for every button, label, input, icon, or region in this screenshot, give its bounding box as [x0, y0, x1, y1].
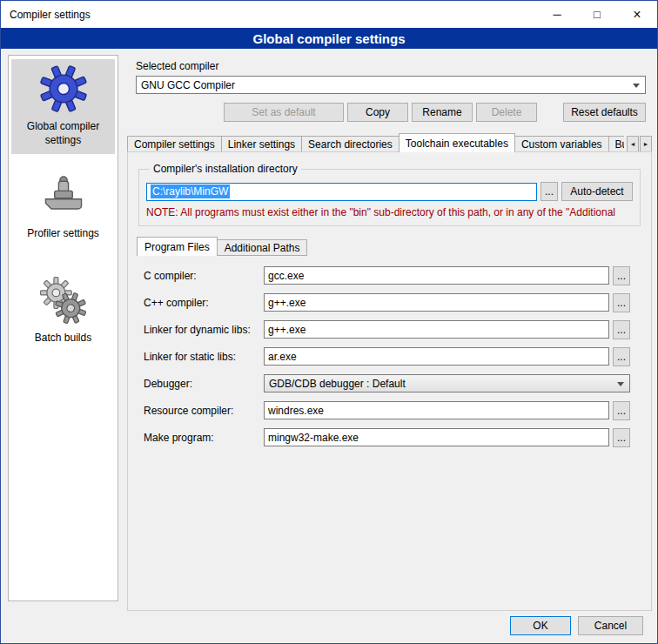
delete-button[interactable]: Delete — [476, 103, 537, 122]
debugger-label: Debugger: — [144, 378, 264, 390]
tab-search-directories[interactable]: Search directories — [301, 136, 400, 152]
close-button[interactable]: × — [617, 1, 657, 28]
tab-build-options[interactable]: Buil — [608, 136, 624, 152]
program-tabstrip: Program Files Additional Paths — [137, 237, 642, 256]
compiler-actions: Set as default Copy Rename Delete Reset … — [224, 103, 646, 122]
static-linker-row: Linker for static libs: ... — [144, 347, 642, 366]
cpp-compiler-input[interactable] — [264, 293, 609, 312]
tabs-scroll-area: Compiler settings Linker settings Search… — [127, 132, 624, 152]
set-as-default-button[interactable]: Set as default — [224, 103, 344, 122]
installation-directory-input[interactable]: C:\raylib\MinGW — [146, 183, 537, 201]
note-text: NOTE: All programs must exist either in … — [146, 206, 633, 218]
sidebar-item-batch-builds[interactable]: Batch builds — [11, 271, 115, 352]
resource-compiler-row: Resource compiler: ... — [144, 401, 642, 419]
window-title: Compiler settings — [1, 9, 91, 21]
make-program-browse-button[interactable]: ... — [613, 428, 630, 447]
auto-detect-button[interactable]: Auto-detect — [561, 182, 633, 201]
tab-additional-paths[interactable]: Additional Paths — [217, 239, 308, 256]
c-compiler-browse-button[interactable]: ... — [613, 266, 630, 285]
copy-button[interactable]: Copy — [347, 103, 408, 122]
chevron-down-icon — [633, 84, 640, 88]
ok-button[interactable]: OK — [510, 616, 571, 635]
toolchain-executables-page: Compiler's installation directory C:\ray… — [127, 151, 652, 611]
static-linker-label: Linker for static libs: — [144, 351, 264, 363]
resource-compiler-input[interactable] — [264, 401, 609, 419]
resource-compiler-label: Resource compiler: — [144, 405, 264, 417]
make-program-input[interactable] — [264, 428, 609, 446]
sidebar-item-label: Profiler settings — [27, 227, 99, 241]
rename-button[interactable]: Rename — [412, 103, 473, 122]
c-compiler-input[interactable] — [264, 266, 609, 285]
tab-scroll-buttons: ◄ ► — [626, 136, 652, 152]
compiler-settings-window: Compiler settings ─ □ × Global compiler … — [0, 0, 658, 644]
reset-defaults-button[interactable]: Reset defaults — [563, 103, 646, 122]
close-icon: × — [633, 7, 641, 23]
chevron-down-icon — [617, 382, 624, 386]
cancel-button[interactable]: Cancel — [578, 616, 643, 635]
settings-tabstrip: Compiler settings Linker settings Search… — [127, 132, 652, 152]
tab-toolchain-executables[interactable]: Toolchain executables — [399, 133, 515, 152]
tab-program-files[interactable]: Program Files — [137, 237, 218, 256]
make-program-label: Make program: — [144, 432, 264, 444]
tab-linker-settings[interactable]: Linker settings — [221, 136, 302, 152]
maximize-icon: □ — [594, 8, 601, 21]
maximize-button[interactable]: □ — [577, 1, 617, 28]
cpp-compiler-label: C++ compiler: — [144, 297, 264, 309]
installation-directory-group: Compiler's installation directory C:\ray… — [138, 163, 641, 226]
arrow-left-icon: ◄ — [630, 141, 636, 147]
static-linker-browse-button[interactable]: ... — [613, 347, 630, 366]
titlebar: Compiler settings ─ □ × — [1, 1, 657, 28]
sidebar-item-profiler-settings[interactable]: Profiler settings — [11, 166, 115, 248]
tab-custom-variables[interactable]: Custom variables — [514, 136, 609, 152]
c-compiler-label: C compiler: — [144, 270, 264, 282]
profiler-tool-icon — [39, 171, 88, 220]
installation-directory-group-label: Compiler's installation directory — [150, 163, 301, 175]
dynamic-linker-input[interactable] — [264, 320, 609, 339]
installation-directory-row: C:\raylib\MinGW ... Auto-detect — [146, 182, 633, 201]
dialog-header-title: Global compiler settings — [1, 28, 657, 49]
dynamic-linker-label: Linker for dynamic libs: — [144, 324, 264, 336]
gears-icon — [39, 276, 88, 325]
settings-sidebar: Global compiler settings Profiler settin… — [8, 55, 118, 601]
arrow-right-icon: ► — [643, 141, 649, 147]
installation-directory-value: C:\raylib\MinGW — [151, 184, 230, 198]
debugger-select[interactable]: GDB/CDB debugger : Default — [264, 374, 630, 392]
gear-icon — [39, 64, 88, 113]
tab-scroll-left-button[interactable]: ◄ — [627, 136, 639, 152]
cpp-compiler-browse-button[interactable]: ... — [613, 293, 630, 312]
debugger-value: GDB/CDB debugger : Default — [269, 378, 406, 390]
minimize-button[interactable]: ─ — [537, 1, 577, 28]
dialog-footer: OK Cancel — [510, 616, 643, 635]
c-compiler-row: C compiler: ... — [144, 266, 642, 285]
selected-compiler-label: Selected compiler — [136, 60, 652, 72]
program-files-form: C compiler: ... C++ compiler: ... Linker… — [137, 266, 642, 446]
caption-buttons: ─ □ × — [537, 1, 657, 28]
browse-directory-button[interactable]: ... — [540, 182, 558, 201]
sidebar-item-label: Batch builds — [35, 332, 91, 345]
selected-compiler-value: GNU GCC Compiler — [141, 79, 235, 91]
minimize-icon: ─ — [553, 8, 561, 21]
main-panel: Selected compiler GNU GCC Compiler Set a… — [127, 55, 652, 612]
dynamic-linker-browse-button[interactable]: ... — [613, 320, 630, 339]
sidebar-item-label: Global compiler settings — [13, 120, 113, 147]
sidebar-item-global-compiler-settings[interactable]: Global compiler settings — [11, 59, 115, 154]
static-linker-input[interactable] — [264, 347, 609, 366]
selected-compiler-select[interactable]: GNU GCC Compiler — [136, 76, 646, 94]
dynamic-linker-row: Linker for dynamic libs: ... — [144, 320, 642, 339]
cpp-compiler-row: C++ compiler: ... — [144, 293, 642, 312]
resource-compiler-browse-button[interactable]: ... — [613, 401, 630, 420]
tab-compiler-settings[interactable]: Compiler settings — [127, 136, 222, 152]
make-program-row: Make program: ... — [144, 428, 642, 446]
tab-scroll-right-button[interactable]: ► — [640, 136, 652, 152]
debugger-row: Debugger: GDB/CDB debugger : Default — [144, 374, 642, 392]
